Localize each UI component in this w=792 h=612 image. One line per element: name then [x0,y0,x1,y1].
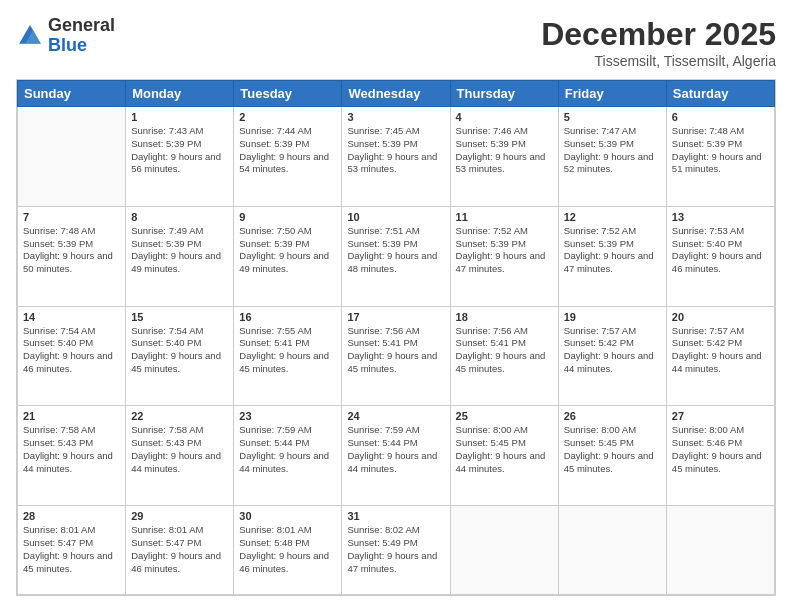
day-number: 29 [131,510,228,522]
calendar-header: Sunday Monday Tuesday Wednesday Thursday… [18,81,775,107]
day-cell: 25 Sunrise: 8:00 AM Sunset: 5:45 PM Dayl… [450,406,558,506]
day-cell: 28 Sunrise: 8:01 AM Sunset: 5:47 PM Dayl… [18,506,126,595]
day-number: 1 [131,111,228,123]
daylight-label: Daylight: 9 hours and 45 minutes. [347,350,437,374]
sunset-label: Sunset: 5:48 PM [239,537,309,548]
col-tuesday: Tuesday [234,81,342,107]
sunrise-label: Sunrise: 8:00 AM [672,424,744,435]
sunrise-label: Sunrise: 7:54 AM [23,325,95,336]
day-info: Sunrise: 7:56 AM Sunset: 5:41 PM Dayligh… [347,325,444,376]
sunset-label: Sunset: 5:45 PM [564,437,634,448]
day-number: 20 [672,311,769,323]
day-number: 25 [456,410,553,422]
sunset-label: Sunset: 5:41 PM [456,337,526,348]
sunset-label: Sunset: 5:45 PM [456,437,526,448]
sunset-label: Sunset: 5:47 PM [23,537,93,548]
day-info: Sunrise: 8:00 AM Sunset: 5:45 PM Dayligh… [564,424,661,475]
sunrise-label: Sunrise: 7:50 AM [239,225,311,236]
day-cell: 30 Sunrise: 8:01 AM Sunset: 5:48 PM Dayl… [234,506,342,595]
sunrise-label: Sunrise: 7:58 AM [23,424,95,435]
sunrise-label: Sunrise: 7:47 AM [564,125,636,136]
day-info: Sunrise: 7:51 AM Sunset: 5:39 PM Dayligh… [347,225,444,276]
day-number: 21 [23,410,120,422]
daylight-label: Daylight: 9 hours and 52 minutes. [564,151,654,175]
day-cell: 4 Sunrise: 7:46 AM Sunset: 5:39 PM Dayli… [450,107,558,207]
sunset-label: Sunset: 5:39 PM [131,138,201,149]
day-cell: 8 Sunrise: 7:49 AM Sunset: 5:39 PM Dayli… [126,206,234,306]
daylight-label: Daylight: 9 hours and 45 minutes. [131,350,221,374]
day-info: Sunrise: 7:54 AM Sunset: 5:40 PM Dayligh… [131,325,228,376]
title-section: December 2025 Tissemsilt, Tissemsilt, Al… [541,16,776,69]
day-cell: 26 Sunrise: 8:00 AM Sunset: 5:45 PM Dayl… [558,406,666,506]
day-cell: 19 Sunrise: 7:57 AM Sunset: 5:42 PM Dayl… [558,306,666,406]
day-cell: 23 Sunrise: 7:59 AM Sunset: 5:44 PM Dayl… [234,406,342,506]
day-cell: 22 Sunrise: 7:58 AM Sunset: 5:43 PM Dayl… [126,406,234,506]
sunset-label: Sunset: 5:42 PM [564,337,634,348]
header: General Blue December 2025 Tissemsilt, T… [16,16,776,69]
day-cell: 6 Sunrise: 7:48 AM Sunset: 5:39 PM Dayli… [666,107,774,207]
day-number: 12 [564,211,661,223]
sunrise-label: Sunrise: 8:00 AM [456,424,528,435]
sunset-label: Sunset: 5:42 PM [672,337,742,348]
sunrise-label: Sunrise: 7:59 AM [239,424,311,435]
day-cell: 11 Sunrise: 7:52 AM Sunset: 5:39 PM Dayl… [450,206,558,306]
day-cell [18,107,126,207]
daylight-label: Daylight: 9 hours and 46 minutes. [131,550,221,574]
day-number: 17 [347,311,444,323]
col-monday: Monday [126,81,234,107]
day-cell: 16 Sunrise: 7:55 AM Sunset: 5:41 PM Dayl… [234,306,342,406]
logo-text: General Blue [48,16,115,56]
header-row: Sunday Monday Tuesday Wednesday Thursday… [18,81,775,107]
day-cell: 15 Sunrise: 7:54 AM Sunset: 5:40 PM Dayl… [126,306,234,406]
col-friday: Friday [558,81,666,107]
sunrise-label: Sunrise: 7:58 AM [131,424,203,435]
sunrise-label: Sunrise: 7:52 AM [564,225,636,236]
daylight-label: Daylight: 9 hours and 44 minutes. [23,450,113,474]
daylight-label: Daylight: 9 hours and 53 minutes. [456,151,546,175]
sunrise-label: Sunrise: 7:57 AM [564,325,636,336]
page: General Blue December 2025 Tissemsilt, T… [0,0,792,612]
day-info: Sunrise: 7:44 AM Sunset: 5:39 PM Dayligh… [239,125,336,176]
sunrise-label: Sunrise: 7:57 AM [672,325,744,336]
day-info: Sunrise: 8:00 AM Sunset: 5:46 PM Dayligh… [672,424,769,475]
sunrise-label: Sunrise: 7:59 AM [347,424,419,435]
day-number: 15 [131,311,228,323]
sunset-label: Sunset: 5:47 PM [131,537,201,548]
sunrise-label: Sunrise: 7:56 AM [456,325,528,336]
sunrise-label: Sunrise: 8:02 AM [347,524,419,535]
daylight-label: Daylight: 9 hours and 45 minutes. [456,350,546,374]
sunset-label: Sunset: 5:40 PM [131,337,201,348]
sunrise-label: Sunrise: 7:55 AM [239,325,311,336]
calendar: Sunday Monday Tuesday Wednesday Thursday… [16,79,776,596]
daylight-label: Daylight: 9 hours and 44 minutes. [456,450,546,474]
sunrise-label: Sunrise: 7:43 AM [131,125,203,136]
day-info: Sunrise: 7:59 AM Sunset: 5:44 PM Dayligh… [239,424,336,475]
sunset-label: Sunset: 5:43 PM [131,437,201,448]
day-number: 13 [672,211,769,223]
day-info: Sunrise: 8:01 AM Sunset: 5:48 PM Dayligh… [239,524,336,575]
sunrise-label: Sunrise: 8:01 AM [239,524,311,535]
sunrise-label: Sunrise: 7:51 AM [347,225,419,236]
day-cell: 10 Sunrise: 7:51 AM Sunset: 5:39 PM Dayl… [342,206,450,306]
sunrise-label: Sunrise: 8:00 AM [564,424,636,435]
daylight-label: Daylight: 9 hours and 44 minutes. [347,450,437,474]
daylight-label: Daylight: 9 hours and 45 minutes. [672,450,762,474]
sunrise-label: Sunrise: 8:01 AM [23,524,95,535]
day-number: 26 [564,410,661,422]
daylight-label: Daylight: 9 hours and 44 minutes. [564,350,654,374]
day-number: 30 [239,510,336,522]
sunset-label: Sunset: 5:39 PM [239,138,309,149]
sunrise-label: Sunrise: 7:48 AM [672,125,744,136]
sunset-label: Sunset: 5:46 PM [672,437,742,448]
daylight-label: Daylight: 9 hours and 53 minutes. [347,151,437,175]
day-cell: 24 Sunrise: 7:59 AM Sunset: 5:44 PM Dayl… [342,406,450,506]
day-info: Sunrise: 8:02 AM Sunset: 5:49 PM Dayligh… [347,524,444,575]
daylight-label: Daylight: 9 hours and 45 minutes. [23,550,113,574]
sunset-label: Sunset: 5:39 PM [564,138,634,149]
day-number: 11 [456,211,553,223]
day-cell: 2 Sunrise: 7:44 AM Sunset: 5:39 PM Dayli… [234,107,342,207]
month-title: December 2025 [541,16,776,53]
day-info: Sunrise: 8:01 AM Sunset: 5:47 PM Dayligh… [131,524,228,575]
calendar-table: Sunday Monday Tuesday Wednesday Thursday… [17,80,775,595]
sunset-label: Sunset: 5:43 PM [23,437,93,448]
